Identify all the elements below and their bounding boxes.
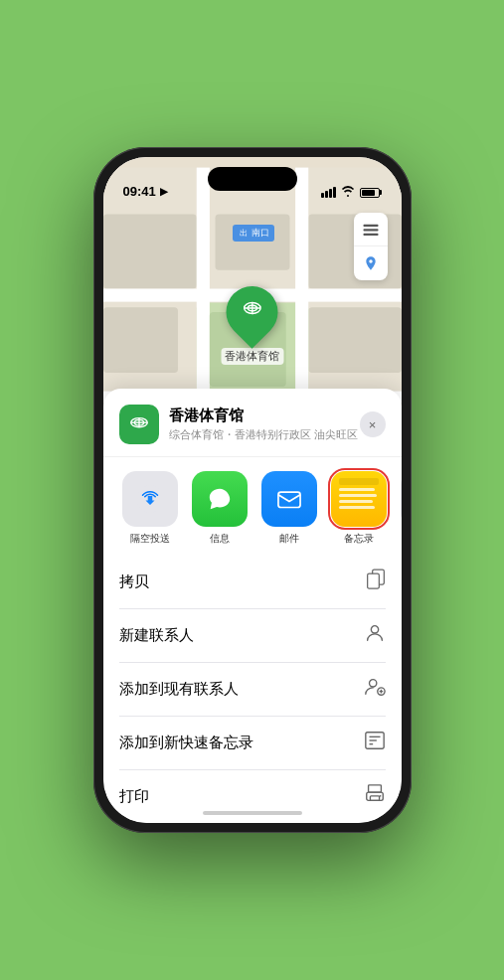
action-new-contact[interactable]: 新建联系人 bbox=[119, 609, 386, 663]
location-arrow-icon: ▶ bbox=[160, 186, 168, 197]
new-contact-icon bbox=[364, 622, 386, 649]
add-contact-label: 添加到现有联系人 bbox=[119, 680, 239, 699]
action-quick-note[interactable]: 添加到新快速备忘录 bbox=[119, 717, 386, 770]
action-copy[interactable]: 拷贝 bbox=[119, 556, 386, 609]
map-label-prefix: 出 bbox=[238, 228, 250, 239]
stadium-icon bbox=[242, 299, 263, 326]
venue-description: 综合体育馆・香港特别行政区 油尖旺区 bbox=[169, 427, 360, 442]
mail-label: 邮件 bbox=[279, 532, 299, 546]
add-contact-icon bbox=[364, 676, 386, 703]
mail-icon bbox=[261, 471, 317, 527]
location-pin: 香港体育馆 bbox=[221, 286, 283, 365]
close-icon: × bbox=[369, 417, 377, 432]
airdrop-icon bbox=[122, 471, 178, 527]
notes-icon bbox=[331, 471, 387, 527]
messages-label: 信息 bbox=[210, 532, 230, 546]
share-app-messages[interactable]: 信息 bbox=[189, 471, 251, 546]
svg-rect-16 bbox=[363, 224, 378, 226]
svg-rect-38 bbox=[370, 796, 379, 801]
svg-rect-26 bbox=[367, 573, 379, 588]
status-time: 09:41 ▶ bbox=[123, 184, 168, 199]
action-print[interactable]: 打印 bbox=[119, 770, 386, 823]
venue-name: 香港体育馆 bbox=[169, 407, 360, 425]
map-label-text: 南口 bbox=[252, 227, 269, 240]
venue-info: 香港体育馆 综合体育馆・香港特别行政区 油尖旺区 bbox=[169, 407, 360, 442]
svg-rect-17 bbox=[363, 229, 378, 231]
map-layers-button[interactable] bbox=[354, 213, 388, 246]
copy-label: 拷贝 bbox=[119, 572, 149, 591]
status-icons bbox=[321, 186, 382, 199]
pin-circle bbox=[216, 275, 289, 349]
notes-label: 备忘录 bbox=[344, 532, 374, 546]
svg-rect-5 bbox=[308, 307, 402, 373]
map-controls[interactable] bbox=[354, 213, 388, 280]
print-label: 打印 bbox=[119, 787, 149, 806]
print-icon bbox=[364, 783, 386, 810]
share-app-mail[interactable]: 邮件 bbox=[258, 471, 320, 546]
battery-icon bbox=[360, 188, 382, 198]
venue-icon bbox=[119, 405, 159, 444]
venue-close-button[interactable]: × bbox=[360, 411, 386, 437]
home-indicator bbox=[203, 811, 302, 815]
action-list: 拷贝 新建联系人 bbox=[103, 556, 402, 823]
map-label-tag: 出 南口 bbox=[233, 225, 274, 242]
pin-label: 香港体育馆 bbox=[221, 348, 283, 365]
svg-point-27 bbox=[371, 626, 378, 633]
svg-rect-2 bbox=[215, 215, 289, 270]
messages-icon bbox=[192, 471, 248, 527]
location-button[interactable] bbox=[354, 246, 388, 280]
copy-icon bbox=[366, 569, 386, 595]
svg-rect-18 bbox=[363, 233, 378, 235]
signal-icon bbox=[321, 187, 336, 198]
share-app-more[interactable]: 推 bbox=[398, 471, 402, 546]
bottom-sheet: 香港体育馆 综合体育馆・香港特别行政区 油尖旺区 × bbox=[103, 389, 402, 823]
more-icon bbox=[401, 471, 402, 527]
svg-rect-36 bbox=[368, 785, 381, 792]
phone-frame: 09:41 ▶ bbox=[93, 147, 412, 833]
share-app-notes[interactable]: 备忘录 bbox=[328, 471, 390, 546]
quick-note-label: 添加到新快速备忘录 bbox=[119, 734, 253, 752]
venue-header: 香港体育馆 综合体育馆・香港特别行政区 油尖旺区 × bbox=[103, 405, 402, 457]
wifi-icon bbox=[341, 186, 355, 199]
time-display: 09:41 bbox=[123, 184, 156, 199]
quick-note-icon bbox=[364, 730, 386, 756]
new-contact-label: 新建联系人 bbox=[119, 626, 194, 645]
svg-rect-24 bbox=[277, 492, 299, 507]
share-app-airdrop[interactable]: 隔空投送 bbox=[119, 471, 181, 546]
svg-point-39 bbox=[379, 795, 381, 797]
action-add-contact[interactable]: 添加到现有联系人 bbox=[119, 663, 386, 717]
share-apps-row: 隔空投送 信息 bbox=[103, 457, 402, 556]
dynamic-island bbox=[208, 167, 297, 191]
svg-rect-4 bbox=[103, 307, 178, 373]
svg-rect-1 bbox=[103, 215, 197, 289]
phone-screen: 09:41 ▶ bbox=[103, 157, 402, 823]
airdrop-label: 隔空投送 bbox=[130, 532, 170, 546]
svg-point-28 bbox=[369, 680, 376, 687]
